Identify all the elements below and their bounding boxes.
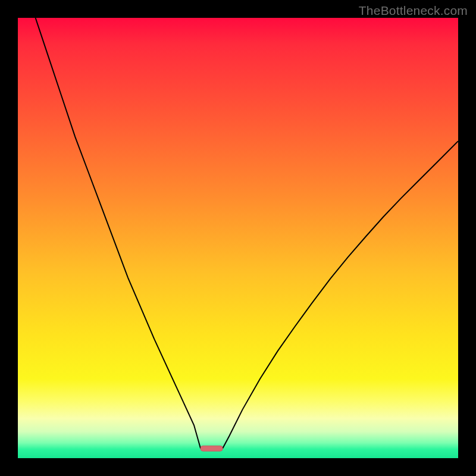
curve-right — [223, 141, 458, 449]
curve-left — [36, 18, 201, 449]
chart-frame: TheBottleneck.com — [0, 0, 476, 476]
optimal-marker — [201, 446, 223, 451]
plot-area — [18, 18, 458, 458]
watermark-text: TheBottleneck.com — [359, 4, 468, 18]
curve-layer — [18, 18, 458, 458]
